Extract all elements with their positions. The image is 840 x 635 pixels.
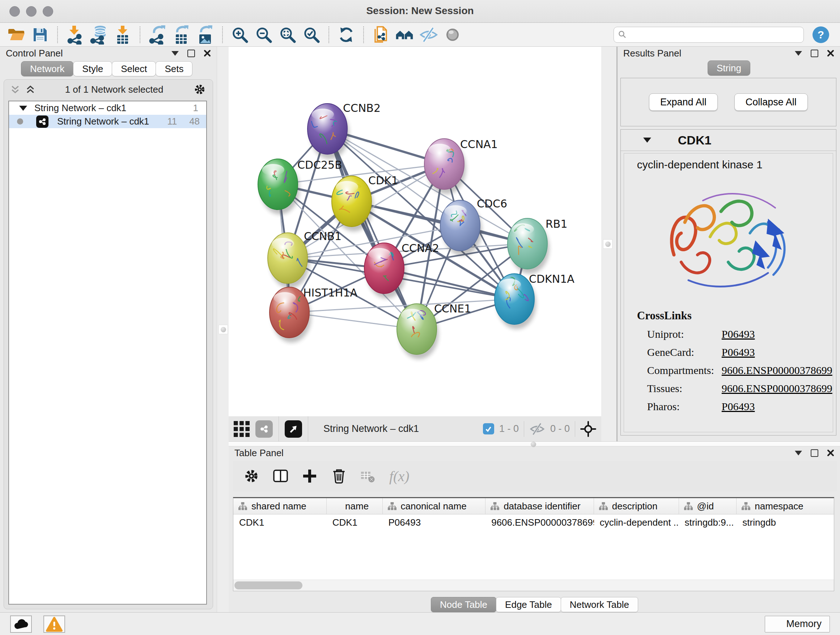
help-button[interactable]: ?: [813, 27, 829, 43]
delete-column-icon[interactable]: [331, 468, 347, 485]
panel-close-button[interactable]: [204, 50, 211, 57]
open-session-button[interactable]: [6, 24, 27, 45]
crosslink-label: Pharos:: [647, 401, 722, 413]
entry-collapse-icon[interactable]: [643, 138, 651, 143]
network-collection-row[interactable]: String Network – cdk1 1: [9, 101, 206, 115]
tree-expand-icon[interactable]: [19, 106, 27, 111]
panel-float-button[interactable]: [811, 50, 818, 57]
panel-close-button[interactable]: [827, 50, 834, 57]
crosslink-link[interactable]: 9606.ENSP00000378699: [722, 364, 833, 377]
expand-all-button[interactable]: Expand All: [649, 93, 718, 111]
string-network-graph[interactable]: CCNB2CCNA1CDC25BCDK1CDC6RB1CCNB1CCNA2CDK…: [229, 47, 601, 416]
toggle-glass-eye-button[interactable]: [418, 24, 439, 45]
hidden-eye-icon[interactable]: [529, 423, 545, 435]
tab-node-table[interactable]: Node Table: [431, 597, 496, 612]
results-panel-title: Results Panel: [623, 48, 795, 59]
search-input[interactable]: [630, 29, 799, 41]
open-folder-icon: [7, 27, 25, 42]
crosslink-link[interactable]: P06493: [722, 401, 833, 413]
memory-button[interactable]: Memory: [765, 616, 830, 632]
homes-button[interactable]: [394, 24, 415, 45]
network-row[interactable]: String Network – cdk1 11 48: [9, 115, 206, 128]
tab-string[interactable]: String: [707, 60, 750, 76]
splitter-handle[interactable]: [529, 440, 538, 448]
export-image-button[interactable]: [195, 24, 216, 45]
export-table-button[interactable]: [171, 24, 192, 45]
column-header[interactable]: description: [594, 498, 679, 514]
function-builder-button[interactable]: f(x): [389, 468, 409, 485]
crosslink-link[interactable]: P06493: [722, 328, 833, 340]
warning-status-button[interactable]: [43, 616, 65, 633]
share-document-button[interactable]: [370, 24, 392, 45]
splitter-handle[interactable]: [218, 325, 228, 334]
cell-database-identifier[interactable]: 9606.ENSP00000378699: [485, 515, 594, 530]
network-canvas[interactable]: CCNB2CCNA1CDC25BCDK1CDC6RB1CCNB1CCNA2CDK…: [229, 47, 601, 416]
horizontal-splitter[interactable]: [229, 441, 840, 447]
tab-network-table[interactable]: Network Table: [561, 597, 638, 612]
birds-eye-view-button[interactable]: [285, 420, 302, 438]
cloud-status-button[interactable]: [10, 616, 32, 633]
zoom-in-button[interactable]: [229, 24, 250, 45]
control-panel-tabs: Network Style Select Sets: [0, 61, 217, 76]
column-header[interactable]: @id: [679, 498, 737, 514]
add-column-icon[interactable]: [302, 468, 317, 484]
refresh-button[interactable]: [336, 24, 357, 45]
cell-name[interactable]: CDK1: [327, 515, 383, 530]
horizontal-scrollbar[interactable]: [233, 580, 834, 591]
gear-icon[interactable]: [243, 468, 260, 485]
tab-style[interactable]: Style: [73, 61, 112, 76]
node-table[interactable]: shared name name canonical name database…: [233, 497, 834, 591]
panel-menu-button[interactable]: [172, 51, 179, 56]
cell-id[interactable]: stringdb:9...: [679, 515, 737, 530]
results-entry-header[interactable]: CDK1: [621, 130, 836, 151]
collapse-all-button[interactable]: Collapse All: [734, 93, 808, 111]
vertical-splitter[interactable]: [217, 47, 229, 612]
select-columns-icon[interactable]: [273, 468, 289, 484]
string-network-icon: [36, 116, 49, 128]
splitter-handle[interactable]: [603, 239, 613, 249]
panel-menu-button[interactable]: [795, 451, 802, 455]
tab-select[interactable]: Select: [112, 61, 156, 76]
column-header[interactable]: shared name: [233, 498, 327, 514]
crosslink-link[interactable]: P06493: [722, 346, 833, 358]
gear-icon[interactable]: [193, 83, 206, 96]
import-database-button[interactable]: [88, 24, 109, 45]
delete-table-icon[interactable]: [360, 469, 376, 483]
cell-canonical-name[interactable]: P06493: [383, 515, 486, 530]
column-header[interactable]: namespace: [737, 498, 834, 514]
cell-description[interactable]: cyclin-dependent ...: [594, 515, 679, 530]
export-network-button[interactable]: [147, 24, 168, 45]
column-header[interactable]: database identifier: [485, 498, 594, 514]
cell-namespace[interactable]: stringdb: [737, 515, 834, 530]
tab-sets[interactable]: Sets: [156, 61, 193, 76]
search-field[interactable]: [614, 27, 804, 43]
vertical-splitter[interactable]: [601, 47, 617, 441]
table-row[interactable]: CDK1 CDK1 P06493 9606.ENSP00000378699 cy…: [233, 515, 834, 530]
zoom-out-button[interactable]: [253, 24, 274, 45]
string-style-button[interactable]: [256, 420, 273, 438]
panel-close-button[interactable]: [827, 449, 834, 456]
tab-network[interactable]: Network: [21, 61, 73, 76]
panel-float-button[interactable]: [187, 50, 195, 57]
crosslink-link[interactable]: 9606.ENSP00000378699: [722, 382, 833, 394]
zoom-selected-button[interactable]: [301, 24, 322, 45]
save-session-button[interactable]: [30, 24, 51, 45]
network-view-title: String Network – cdk1: [324, 423, 419, 434]
presentation-toggle-button[interactable]: [442, 24, 463, 45]
zoom-fit-button[interactable]: [277, 24, 298, 45]
selected-checkbox[interactable]: [483, 423, 494, 434]
collapse-all-icon[interactable]: [11, 85, 20, 94]
save-floppy-icon: [32, 27, 48, 43]
grid-view-icon[interactable]: [234, 421, 249, 437]
panel-float-button[interactable]: [811, 449, 818, 457]
column-header[interactable]: canonical name: [383, 498, 486, 514]
import-network-button[interactable]: [65, 24, 85, 45]
crosshair-icon[interactable]: [580, 421, 596, 437]
column-header[interactable]: name: [327, 498, 383, 514]
expand-all-icon[interactable]: [26, 85, 35, 94]
import-table-button[interactable]: [112, 24, 133, 45]
scrollbar-thumb[interactable]: [234, 581, 302, 589]
cell-shared-name[interactable]: CDK1: [233, 515, 327, 530]
panel-menu-button[interactable]: [795, 51, 802, 56]
tab-edge-table[interactable]: Edge Table: [496, 597, 561, 612]
